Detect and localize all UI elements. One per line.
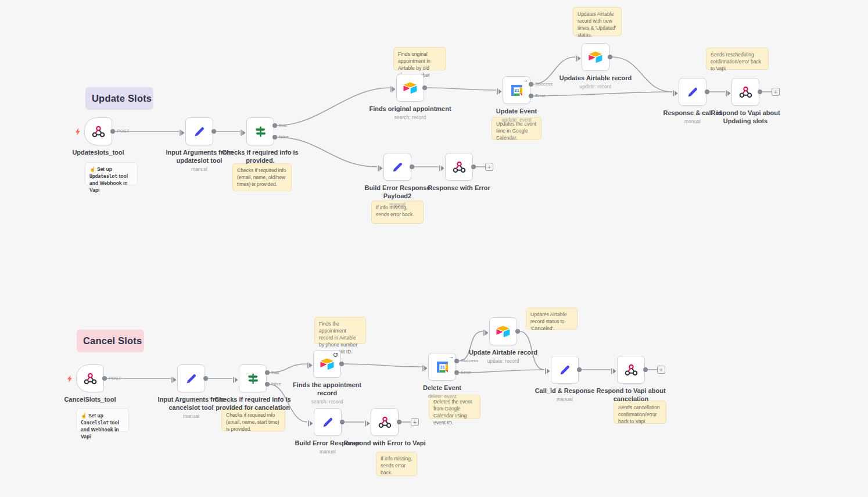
node-input-arguments-updateslot[interactable] bbox=[185, 117, 213, 145]
output-port[interactable] bbox=[529, 82, 533, 87]
edit-fields-icon bbox=[686, 85, 700, 99]
node-title: Finds original appointmentsearch: record bbox=[367, 105, 454, 120]
output-port[interactable] bbox=[110, 129, 115, 134]
input-connector[interactable] bbox=[611, 366, 616, 377]
input-connector[interactable] bbox=[241, 128, 246, 138]
input-connector[interactable] bbox=[422, 363, 428, 374]
node-checks-required-info-cancel[interactable]: truefalse bbox=[239, 364, 267, 392]
node-title-text: Update Airtable record bbox=[460, 349, 547, 357]
node-checks-required-info-update[interactable]: truefalse bbox=[246, 117, 274, 145]
output-port[interactable] bbox=[515, 329, 520, 334]
output-port[interactable] bbox=[272, 123, 277, 128]
node-build-error-response[interactable] bbox=[314, 408, 342, 436]
pointing-up-emoji: ☝ bbox=[81, 413, 87, 419]
port-label-true: true bbox=[271, 370, 279, 375]
node-title: Delete Eventdelete: event bbox=[399, 384, 486, 399]
note-updates-airtable[interactable]: Updates Airtable record with new times &… bbox=[573, 7, 622, 36]
node-cancelslots-tool[interactable]: POST bbox=[76, 364, 104, 392]
input-connector[interactable] bbox=[180, 128, 185, 138]
section-cancel-slots[interactable]: Cancel Slots bbox=[77, 330, 144, 352]
input-connector[interactable] bbox=[726, 88, 731, 99]
output-port[interactable] bbox=[577, 367, 582, 372]
node-respond-vapi-updating-slots[interactable] bbox=[731, 78, 759, 106]
output-port[interactable] bbox=[643, 367, 648, 372]
input-connector[interactable] bbox=[171, 375, 177, 385]
webhook-icon bbox=[624, 363, 639, 377]
output-port[interactable] bbox=[608, 55, 612, 59]
input-connector[interactable] bbox=[576, 53, 581, 64]
connection-update-event-to-response-call-id[interactable] bbox=[533, 92, 672, 96]
node-updateslots-tool[interactable]: POST bbox=[84, 117, 112, 145]
input-connector[interactable] bbox=[308, 419, 313, 429]
input-connector[interactable] bbox=[307, 360, 313, 371]
port-label-post: POST bbox=[117, 128, 130, 134]
input-connector[interactable] bbox=[483, 328, 489, 338]
input-connector[interactable] bbox=[439, 163, 444, 174]
input-connector[interactable] bbox=[365, 419, 370, 429]
output-port[interactable] bbox=[422, 85, 427, 90]
output-port[interactable] bbox=[529, 94, 533, 98]
input-connector[interactable] bbox=[390, 84, 396, 95]
connection-finds-appointment-record-to-delete-event[interactable] bbox=[343, 364, 422, 367]
output-port[interactable] bbox=[203, 376, 208, 381]
node-response-with-error[interactable] bbox=[445, 153, 473, 181]
note-sends-rescheduling[interactable]: Sends rescheduling confirmation/error ba… bbox=[706, 48, 769, 70]
output-port[interactable] bbox=[454, 359, 459, 363]
output-port[interactable] bbox=[265, 370, 270, 375]
add-node-plus-button[interactable]: + bbox=[772, 88, 780, 96]
input-connector[interactable] bbox=[545, 366, 550, 377]
note-finds-appointment[interactable]: Finds the appointment record in Airtable… bbox=[314, 317, 366, 344]
input-connector[interactable] bbox=[673, 88, 678, 99]
note-finds-original[interactable]: Finds original appointment in Airtable b… bbox=[393, 47, 446, 70]
node-updates-airtable-record[interactable] bbox=[582, 43, 609, 71]
connection-delete-event-to-call-id-response[interactable] bbox=[458, 370, 544, 373]
if-icon bbox=[254, 125, 267, 138]
input-connector[interactable] bbox=[233, 375, 238, 385]
note-update-airtable-cancel[interactable]: Updates Airtable record status to 'Cance… bbox=[526, 308, 578, 330]
node-update-airtable-record-cancel[interactable] bbox=[489, 317, 517, 345]
section-update-slots[interactable]: Update Slots bbox=[85, 87, 153, 110]
node-finds-original-appointment[interactable] bbox=[396, 74, 424, 102]
svg-text:31: 31 bbox=[514, 88, 519, 93]
node-build-error-response-payload2[interactable] bbox=[383, 153, 411, 181]
node-respond-with-error-to-vapi[interactable] bbox=[371, 408, 399, 436]
input-connector[interactable] bbox=[497, 87, 502, 97]
add-node-plus-button[interactable]: + bbox=[411, 418, 419, 426]
svg-text:31: 31 bbox=[440, 364, 444, 370]
output-port[interactable] bbox=[265, 382, 270, 387]
node-respond-vapi-cancelation[interactable] bbox=[617, 356, 645, 384]
note-setup-cancelslot[interactable]: ☝ Set up Cancelslot tool and Webhook in … bbox=[76, 409, 129, 432]
output-port[interactable] bbox=[211, 129, 216, 134]
edit-fields-icon bbox=[321, 416, 335, 429]
note-setup-updateslot[interactable]: ☝ Set up Updateslot tool and Webhook in … bbox=[85, 162, 138, 185]
input-connector[interactable] bbox=[378, 163, 383, 174]
node-input-arguments-cancelslot[interactable] bbox=[177, 364, 205, 392]
port-label-post: POST bbox=[109, 376, 121, 381]
node-finds-appointment-record[interactable] bbox=[313, 350, 341, 378]
webhook-icon bbox=[738, 85, 753, 99]
output-port[interactable] bbox=[758, 90, 762, 94]
connection-finds-original-appointment-to-update-event[interactable] bbox=[426, 88, 496, 90]
port-label-true: true bbox=[279, 123, 287, 128]
output-port[interactable] bbox=[102, 376, 107, 381]
output-port[interactable] bbox=[705, 90, 709, 94]
add-node-plus-button[interactable]: + bbox=[657, 366, 665, 374]
output-port[interactable] bbox=[340, 420, 345, 424]
add-node-plus-button[interactable]: + bbox=[485, 163, 493, 171]
workflow-canvas[interactable]: Update SlotsCancel Slots☝ Set up Updates… bbox=[0, 0, 868, 497]
webhook-icon bbox=[83, 371, 98, 386]
node-delete-event[interactable]: 31→SuccessError bbox=[428, 353, 456, 381]
output-port[interactable] bbox=[397, 420, 401, 424]
node-response-call-id[interactable] bbox=[679, 78, 706, 106]
note-error-cancel[interactable]: If info missing, sends error back. bbox=[376, 452, 417, 476]
output-port[interactable] bbox=[471, 165, 476, 169]
output-port[interactable] bbox=[410, 165, 414, 169]
note-sends-cancellation[interactable]: Sends cancellation confirmation/error ba… bbox=[614, 401, 666, 424]
google-calendar-icon: 31 bbox=[510, 83, 524, 98]
output-port[interactable] bbox=[454, 370, 459, 375]
node-update-event[interactable]: 31→SuccessError bbox=[503, 76, 530, 104]
output-port[interactable] bbox=[339, 362, 344, 366]
node-call-id-response[interactable] bbox=[551, 356, 579, 384]
node-title: Updates Airtable recordupdate: record bbox=[552, 74, 639, 90]
output-port[interactable] bbox=[272, 135, 277, 140]
